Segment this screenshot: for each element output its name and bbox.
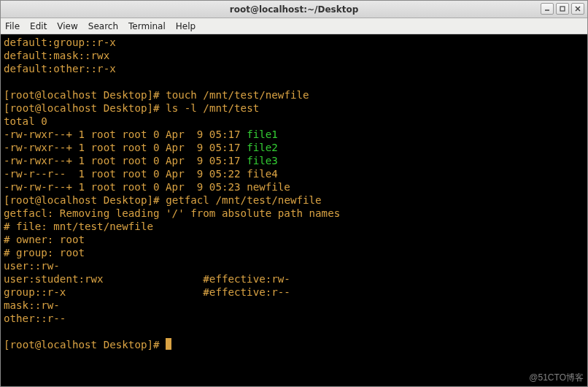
menu-view[interactable]: View — [57, 21, 77, 31]
acl-default-line: default:other::r-x — [4, 62, 584, 75]
ls-row: -rw-rwxr--+ 1 root root 0 Apr 9 05:17 fi… — [4, 141, 584, 154]
filename: newfile — [247, 181, 290, 193]
acl-entry: user::rw- — [4, 259, 584, 272]
minimize-icon — [543, 5, 551, 12]
terminal-window: root@localhost:~/Desktop File Edit View … — [0, 0, 588, 387]
prompt-line: [root@localhost Desktop]# touch /mnt/tes… — [4, 88, 584, 101]
menubar: File Edit View Search Terminal Help — [1, 18, 587, 34]
titlebar: root@localhost:~/Desktop — [1, 1, 587, 18]
acl-default-line: default:mask::rwx — [4, 49, 584, 62]
maximize-button[interactable] — [556, 3, 569, 15]
acl-entry: mask::rw- — [4, 299, 584, 312]
getfacl-header: # file: mnt/test/newfile — [4, 220, 584, 233]
close-button[interactable] — [571, 3, 584, 15]
window-controls — [541, 3, 584, 15]
acl-entry: other::r-- — [4, 312, 584, 325]
getfacl-warn: getfacl: Removing leading '/' from absol… — [4, 207, 584, 220]
acl-default-line: default:group::r-x — [4, 36, 584, 49]
menu-search[interactable]: Search — [88, 21, 118, 31]
close-icon — [574, 5, 581, 12]
menu-terminal[interactable]: Terminal — [128, 21, 166, 31]
maximize-icon — [559, 5, 566, 12]
window-title: root@localhost:~/Desktop — [1, 4, 587, 15]
filename: file2 — [247, 142, 278, 153]
menu-file[interactable]: File — [5, 21, 20, 31]
prompt-line: [root@localhost Desktop]# getfacl /mnt/t… — [4, 194, 584, 207]
filename: file4 — [247, 168, 278, 180]
blank-line — [4, 325, 584, 338]
getfacl-header: # group: root — [4, 246, 584, 259]
filename: file3 — [247, 155, 278, 166]
acl-entry: group::r-x #effective:r-- — [4, 286, 584, 299]
cursor-icon — [166, 338, 171, 350]
getfacl-header: # owner: root — [4, 233, 584, 246]
ls-row: -rw-rwxr--+ 1 root root 0 Apr 9 05:17 fi… — [4, 128, 584, 141]
menu-edit[interactable]: Edit — [30, 21, 47, 31]
ls-row: -rw-r--r-- 1 root root 0 Apr 9 05:22 fil… — [4, 167, 584, 180]
command: getfacl /mnt/test/newfile — [166, 194, 322, 206]
prompt-line: [root@localhost Desktop]# — [4, 338, 584, 351]
watermark-text: @51CTO博客 — [529, 372, 584, 384]
menu-help[interactable]: Help — [176, 21, 196, 31]
acl-entry: user:student:rwx #effective:rw- — [4, 272, 584, 286]
ls-total: total 0 — [4, 115, 584, 128]
ls-row: -rw-rw-r--+ 1 root root 0 Apr 9 05:23 ne… — [4, 180, 584, 194]
terminal-body[interactable]: default:group::r-xdefault:mask::rwxdefau… — [1, 34, 587, 386]
minimize-button[interactable] — [541, 3, 554, 15]
filename: file1 — [247, 129, 278, 140]
command: ls -l /mnt/test — [166, 102, 259, 114]
prompt-line: [root@localhost Desktop]# ls -l /mnt/tes… — [4, 101, 584, 115]
svg-rect-1 — [560, 7, 565, 11]
command: touch /mnt/test/newfile — [166, 89, 309, 101]
blank-line — [4, 75, 584, 88]
ls-row: -rw-rwxr--+ 1 root root 0 Apr 9 05:17 fi… — [4, 154, 584, 167]
